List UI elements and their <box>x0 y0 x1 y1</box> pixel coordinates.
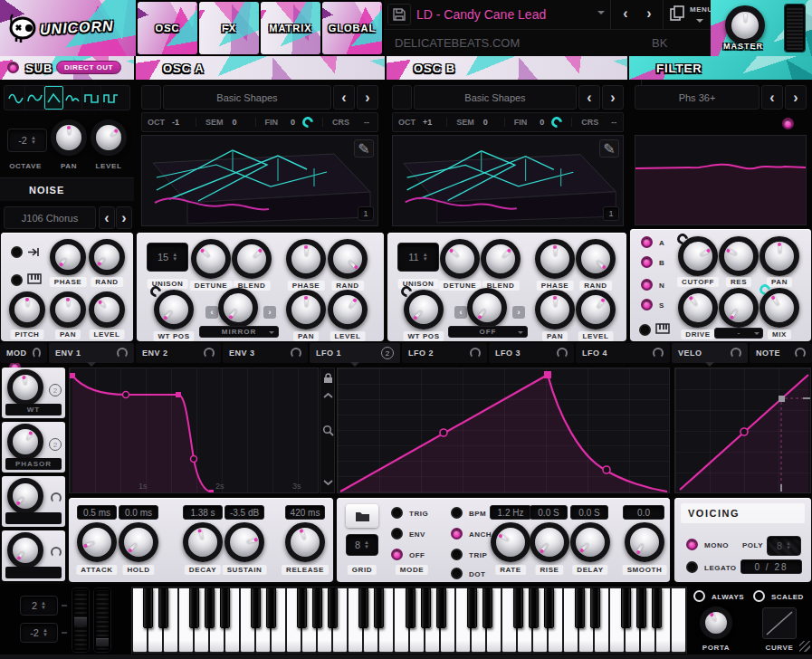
osc-b-sem-value[interactable]: 0 <box>483 118 488 127</box>
sub-enable-radio[interactable] <box>7 62 19 73</box>
tab-osc[interactable]: OSC <box>138 2 197 54</box>
tab-env1[interactable]: ENV 1 <box>49 343 134 363</box>
lfo-anch-radio[interactable] <box>451 528 463 540</box>
sub-wave-halfsine[interactable] <box>63 86 82 110</box>
osc-b-pan-knob[interactable] <box>535 290 575 330</box>
filter-res-knob[interactable] <box>719 236 759 276</box>
porta-curve-display[interactable] <box>762 607 797 639</box>
resize-handle-icon[interactable] <box>799 641 810 652</box>
tab-mod[interactable]: MOD <box>0 343 47 363</box>
sub-wave-square[interactable] <box>82 86 101 110</box>
lfo-off-radio[interactable] <box>391 549 403 560</box>
piano-white-key[interactable] <box>671 587 686 653</box>
piano-black-key[interactable] <box>251 587 261 628</box>
master-knob[interactable] <box>725 5 765 45</box>
osc-a-phase-knob[interactable] <box>286 239 326 279</box>
env-decay-display[interactable]: 1.38 s <box>183 505 223 520</box>
env-hold-display[interactable]: 0.0 ms <box>119 505 158 520</box>
direct-out-badge[interactable]: DIRECT OUT <box>56 61 121 74</box>
osc-b-warp-mode-select[interactable]: OFF <box>448 326 528 338</box>
filter-route-a-radio[interactable] <box>641 236 653 248</box>
osc-a-fin-mod-icon[interactable] <box>301 115 316 130</box>
piano-black-key[interactable] <box>544 587 554 628</box>
osc-a-wt-prev-button[interactable]: ‹ <box>333 85 355 110</box>
osc-b-unison-stepper[interactable]: 11▲▼ <box>397 243 439 272</box>
filter-morph-knob[interactable] <box>719 288 759 328</box>
piano-black-key[interactable] <box>575 587 585 628</box>
voicing-legato-radio[interactable] <box>686 561 698 573</box>
lfo-rise-display[interactable]: 0.0 S <box>530 505 568 520</box>
mod-slot-2[interactable]: 2 PHASOR <box>2 422 65 473</box>
osc-a-warp-next-button[interactable]: › <box>263 306 276 319</box>
filter-type-select[interactable]: Phs 36+ <box>635 85 759 110</box>
tab-global[interactable]: GLOBAL <box>322 2 382 54</box>
osc-b-rand-knob[interactable] <box>576 239 616 279</box>
mod-slot-1-knob[interactable] <box>7 369 43 406</box>
filter-route-b-radio[interactable] <box>641 256 653 268</box>
osc-b-warp-next-button[interactable]: › <box>512 306 525 319</box>
piano-black-key[interactable] <box>406 587 416 628</box>
piano-black-key[interactable] <box>513 587 523 628</box>
osc-b-edit-pencil-icon[interactable]: ✎ <box>599 139 619 158</box>
noise-keytrack-toggle[interactable] <box>11 274 23 286</box>
voicing-poly-stepper[interactable]: 8▲▼ <box>767 536 801 556</box>
lfo-delay-display[interactable]: 0.0 S <box>570 505 608 520</box>
osc-a-warp-mode-select[interactable]: MIRROR <box>199 326 279 338</box>
zoom-icon[interactable] <box>322 425 334 436</box>
osc-a-detune-knob[interactable] <box>191 239 231 279</box>
mod-slot-4[interactable] <box>2 530 65 581</box>
tab-env3[interactable]: ENV 3 <box>223 343 308 363</box>
keyboard[interactable] <box>131 587 687 654</box>
lfo-dot-radio[interactable] <box>451 568 463 579</box>
mod-slot-4-knob[interactable] <box>7 532 43 568</box>
osc-a-level-knob[interactable] <box>328 290 368 330</box>
piano-black-key[interactable] <box>467 587 477 628</box>
lfo-smooth-display[interactable]: 0.0 <box>623 505 664 520</box>
sub-wave-sine[interactable] <box>6 86 25 110</box>
tab-lfo3[interactable]: LFO 3 <box>489 343 574 363</box>
env-release-display[interactable]: 420 ms <box>285 505 325 520</box>
mod-slot-3-knob[interactable] <box>7 478 43 514</box>
master-meter[interactable] <box>785 5 805 52</box>
filter-drive-knob[interactable] <box>678 288 718 328</box>
osc-b-fin-value[interactable]: 0 <box>540 118 544 127</box>
piano-black-key[interactable] <box>421 587 431 628</box>
piano-black-key[interactable] <box>297 587 307 628</box>
preset-next-button[interactable]: › <box>638 5 660 24</box>
scroll-up-icon[interactable] <box>323 392 333 399</box>
env-decay-knob[interactable] <box>183 522 223 562</box>
osc-a-wavetable-display[interactable]: ✎ 1 <box>141 135 378 226</box>
lfo-rise-knob[interactable] <box>530 522 569 562</box>
noise-phase-knob[interactable] <box>50 239 86 275</box>
piano-black-key[interactable] <box>143 587 153 628</box>
osc-b-wt-next-button[interactable]: › <box>602 85 624 110</box>
piano-black-key[interactable] <box>529 587 539 628</box>
tab-env2[interactable]: ENV 2 <box>136 343 221 363</box>
lfo-bpm-radio[interactable] <box>451 507 463 519</box>
osc-a-wtpos-knob[interactable] <box>154 290 194 330</box>
noise-prev-button[interactable]: ‹ <box>99 206 115 229</box>
noise-retrig-toggle[interactable] <box>11 246 23 258</box>
osc-b-enable-radio[interactable] <box>782 118 794 129</box>
osc-a-wt-next-button[interactable]: › <box>357 85 378 110</box>
osc-b-wavetable-menu-button[interactable] <box>392 85 412 110</box>
env-attack-knob[interactable] <box>77 522 117 562</box>
piano-black-key[interactable] <box>205 587 215 628</box>
porta-scaled-radio[interactable] <box>753 590 765 602</box>
piano-black-key[interactable] <box>220 587 230 628</box>
sub-wave-pulse[interactable] <box>101 86 120 110</box>
osc-a-edit-pencil-icon[interactable]: ✎ <box>354 139 374 158</box>
lfo-smooth-knob[interactable] <box>625 522 664 562</box>
noise-pan-knob[interactable] <box>50 291 86 328</box>
osc-b-fin-mod-icon[interactable] <box>549 115 565 130</box>
lfo-trip-radio[interactable] <box>451 549 463 560</box>
lfo-preset-folder-button[interactable] <box>346 504 378 528</box>
lfo-grid-stepper[interactable]: 8▲▼ <box>346 534 378 556</box>
sub-wave-shark[interactable] <box>25 86 44 110</box>
osc-a-sem-value[interactable]: 0 <box>233 118 237 127</box>
envelope-graph[interactable]: 1s 2s 3s <box>69 368 319 493</box>
lfo-delay-knob[interactable] <box>570 522 610 562</box>
bend-down-stepper[interactable]: -2▲▼ <box>20 623 58 643</box>
piano-black-key[interactable] <box>636 587 646 628</box>
voicing-mono-radio[interactable] <box>686 539 698 550</box>
